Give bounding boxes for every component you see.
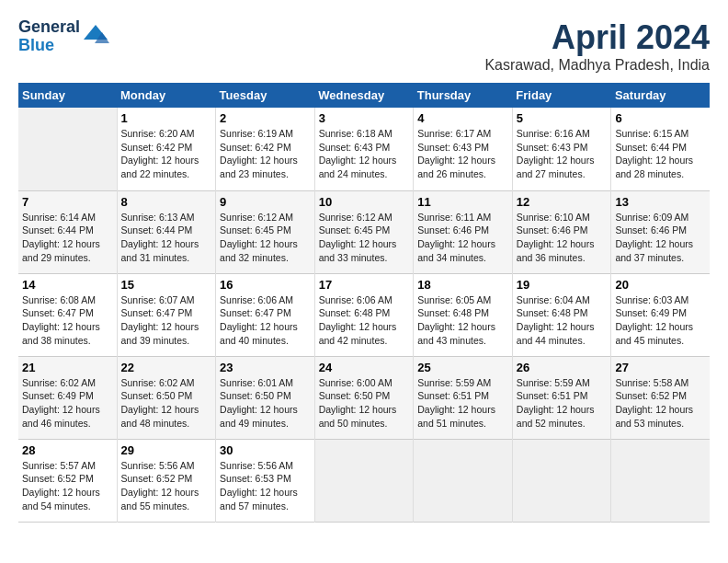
- logo: GeneralBlue: [18, 18, 109, 55]
- calendar-cell: 7 Sunrise: 6:14 AM Sunset: 6:44 PM Dayli…: [18, 190, 117, 273]
- day-info: Sunrise: 6:15 AM Sunset: 6:44 PM Dayligh…: [615, 127, 706, 181]
- calendar-cell: 28 Sunrise: 5:57 AM Sunset: 6:52 PM Dayl…: [18, 439, 117, 522]
- day-info: Sunrise: 6:12 AM Sunset: 6:45 PM Dayligh…: [319, 211, 410, 265]
- day-info: Sunrise: 6:04 AM Sunset: 6:48 PM Dayligh…: [517, 293, 608, 348]
- page-header: GeneralBlue April 2024 Kasrawad, Madhya …: [18, 18, 710, 74]
- day-info: Sunrise: 6:01 AM Sunset: 6:50 PM Dayligh…: [220, 376, 311, 431]
- calendar-cell: 27 Sunrise: 5:58 AM Sunset: 6:52 PM Dayl…: [611, 356, 710, 439]
- calendar-cell: 21 Sunrise: 6:02 AM Sunset: 6:49 PM Dayl…: [18, 356, 117, 439]
- day-info: Sunrise: 6:13 AM Sunset: 6:44 PM Dayligh…: [121, 211, 212, 265]
- day-number: 8: [121, 195, 212, 209]
- calendar-cell: [314, 439, 414, 522]
- day-info: Sunrise: 6:00 AM Sunset: 6:50 PM Dayligh…: [319, 376, 410, 431]
- day-info: Sunrise: 6:12 AM Sunset: 6:45 PM Dayligh…: [220, 211, 311, 265]
- day-number: 12: [517, 195, 608, 209]
- day-info: Sunrise: 5:59 AM Sunset: 6:51 PM Dayligh…: [517, 376, 608, 431]
- day-number: 13: [615, 195, 706, 209]
- day-info: Sunrise: 6:07 AM Sunset: 6:47 PM Dayligh…: [121, 293, 212, 348]
- week-row-5: 28 Sunrise: 5:57 AM Sunset: 6:52 PM Dayl…: [18, 439, 710, 522]
- calendar-header-row: SundayMondayTuesdayWednesdayThursdayFrid…: [18, 83, 710, 108]
- logo-icon: [82, 23, 109, 51]
- calendar-cell: 18 Sunrise: 6:05 AM Sunset: 6:48 PM Dayl…: [414, 273, 513, 356]
- calendar-cell: 14 Sunrise: 6:08 AM Sunset: 6:47 PM Dayl…: [18, 273, 117, 356]
- calendar-cell: 9 Sunrise: 6:12 AM Sunset: 6:45 PM Dayli…: [216, 190, 315, 273]
- day-number: 25: [417, 361, 508, 374]
- day-info: Sunrise: 6:05 AM Sunset: 6:48 PM Dayligh…: [417, 293, 508, 348]
- day-number: 5: [517, 111, 608, 125]
- calendar-cell: 3 Sunrise: 6:18 AM Sunset: 6:43 PM Dayli…: [314, 108, 414, 190]
- day-number: 22: [121, 361, 212, 374]
- calendar-cell: 22 Sunrise: 6:02 AM Sunset: 6:50 PM Dayl…: [117, 356, 216, 439]
- calendar-cell: 11 Sunrise: 6:11 AM Sunset: 6:46 PM Dayl…: [414, 190, 513, 273]
- calendar-cell: 12 Sunrise: 6:10 AM Sunset: 6:46 PM Dayl…: [512, 190, 611, 273]
- day-info: Sunrise: 6:06 AM Sunset: 6:48 PM Dayligh…: [319, 293, 410, 348]
- calendar-cell: [18, 108, 117, 190]
- header-saturday: Saturday: [611, 83, 710, 108]
- month-title: April 2024: [484, 18, 710, 57]
- calendar-cell: [512, 439, 611, 522]
- day-info: Sunrise: 6:03 AM Sunset: 6:49 PM Dayligh…: [615, 293, 706, 348]
- week-row-1: 1 Sunrise: 6:20 AM Sunset: 6:42 PM Dayli…: [18, 108, 710, 190]
- day-number: 17: [319, 278, 410, 292]
- day-info: Sunrise: 5:59 AM Sunset: 6:51 PM Dayligh…: [417, 376, 508, 431]
- day-info: Sunrise: 6:02 AM Sunset: 6:49 PM Dayligh…: [22, 376, 113, 431]
- title-block: April 2024 Kasrawad, Madhya Pradesh, Ind…: [484, 18, 710, 74]
- day-info: Sunrise: 6:02 AM Sunset: 6:50 PM Dayligh…: [121, 376, 212, 431]
- day-info: Sunrise: 6:08 AM Sunset: 6:47 PM Dayligh…: [22, 293, 113, 348]
- day-number: 16: [220, 278, 311, 292]
- calendar-cell: 8 Sunrise: 6:13 AM Sunset: 6:44 PM Dayli…: [117, 190, 216, 273]
- header-friday: Friday: [512, 83, 611, 108]
- calendar-cell: 30 Sunrise: 5:56 AM Sunset: 6:53 PM Dayl…: [216, 439, 315, 522]
- calendar-cell: 17 Sunrise: 6:06 AM Sunset: 6:48 PM Dayl…: [314, 273, 414, 356]
- calendar-cell: 2 Sunrise: 6:19 AM Sunset: 6:42 PM Dayli…: [216, 108, 315, 190]
- calendar-cell: 5 Sunrise: 6:16 AM Sunset: 6:43 PM Dayli…: [512, 108, 611, 190]
- calendar-table: SundayMondayTuesdayWednesdayThursdayFrid…: [18, 83, 710, 523]
- day-number: 21: [22, 361, 113, 374]
- calendar-cell: 4 Sunrise: 6:17 AM Sunset: 6:43 PM Dayli…: [414, 108, 513, 190]
- logo-text: GeneralBlue: [18, 18, 80, 55]
- header-monday: Monday: [117, 83, 216, 108]
- week-row-4: 21 Sunrise: 6:02 AM Sunset: 6:49 PM Dayl…: [18, 356, 710, 439]
- day-number: 27: [615, 361, 706, 374]
- calendar-cell: 29 Sunrise: 5:56 AM Sunset: 6:52 PM Dayl…: [117, 439, 216, 522]
- day-number: 30: [220, 443, 311, 457]
- calendar-cell: 6 Sunrise: 6:15 AM Sunset: 6:44 PM Dayli…: [611, 108, 710, 190]
- calendar-cell: 1 Sunrise: 6:20 AM Sunset: 6:42 PM Dayli…: [117, 108, 216, 190]
- day-number: 6: [615, 111, 706, 125]
- day-info: Sunrise: 6:09 AM Sunset: 6:46 PM Dayligh…: [615, 211, 706, 265]
- day-info: Sunrise: 6:18 AM Sunset: 6:43 PM Dayligh…: [319, 127, 410, 181]
- day-info: Sunrise: 6:19 AM Sunset: 6:42 PM Dayligh…: [220, 127, 311, 181]
- calendar-cell: 19 Sunrise: 6:04 AM Sunset: 6:48 PM Dayl…: [512, 273, 611, 356]
- header-tuesday: Tuesday: [216, 83, 315, 108]
- calendar-cell: 20 Sunrise: 6:03 AM Sunset: 6:49 PM Dayl…: [611, 273, 710, 356]
- day-info: Sunrise: 6:17 AM Sunset: 6:43 PM Dayligh…: [417, 127, 508, 181]
- day-number: 9: [220, 195, 311, 209]
- day-info: Sunrise: 6:10 AM Sunset: 6:46 PM Dayligh…: [517, 211, 608, 265]
- day-number: 2: [220, 111, 311, 125]
- calendar-cell: [611, 439, 710, 522]
- day-number: 29: [121, 443, 212, 457]
- week-row-2: 7 Sunrise: 6:14 AM Sunset: 6:44 PM Dayli…: [18, 190, 710, 273]
- day-number: 20: [615, 278, 706, 292]
- calendar-cell: 25 Sunrise: 5:59 AM Sunset: 6:51 PM Dayl…: [414, 356, 513, 439]
- day-number: 11: [417, 195, 508, 209]
- calendar-cell: 23 Sunrise: 6:01 AM Sunset: 6:50 PM Dayl…: [216, 356, 315, 439]
- day-number: 26: [517, 361, 608, 374]
- day-number: 28: [22, 443, 113, 457]
- day-info: Sunrise: 6:20 AM Sunset: 6:42 PM Dayligh…: [121, 127, 212, 181]
- day-info: Sunrise: 6:16 AM Sunset: 6:43 PM Dayligh…: [517, 127, 608, 181]
- location: Kasrawad, Madhya Pradesh, India: [484, 57, 710, 74]
- calendar-cell: 26 Sunrise: 5:59 AM Sunset: 6:51 PM Dayl…: [512, 356, 611, 439]
- header-sunday: Sunday: [18, 83, 117, 108]
- day-number: 7: [22, 195, 113, 209]
- calendar-cell: 13 Sunrise: 6:09 AM Sunset: 6:46 PM Dayl…: [611, 190, 710, 273]
- calendar-cell: [414, 439, 513, 522]
- day-number: 4: [417, 111, 508, 125]
- header-thursday: Thursday: [414, 83, 513, 108]
- day-number: 23: [220, 361, 311, 374]
- day-info: Sunrise: 6:11 AM Sunset: 6:46 PM Dayligh…: [417, 211, 508, 265]
- day-number: 1: [121, 111, 212, 125]
- day-info: Sunrise: 6:14 AM Sunset: 6:44 PM Dayligh…: [22, 211, 113, 265]
- day-number: 18: [417, 278, 508, 292]
- calendar-cell: 16 Sunrise: 6:06 AM Sunset: 6:47 PM Dayl…: [216, 273, 315, 356]
